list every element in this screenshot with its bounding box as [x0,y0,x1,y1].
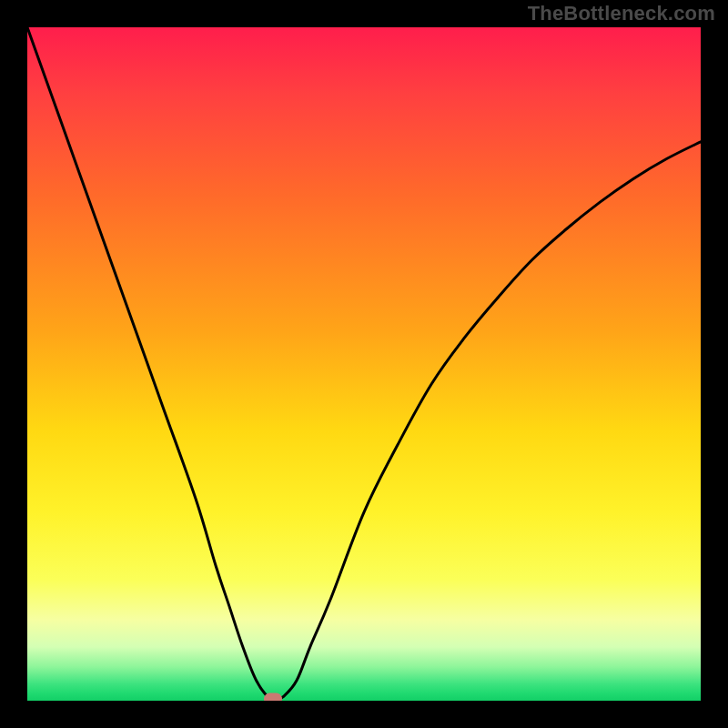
bottleneck-curve [27,27,701,700]
optimal-point-marker [264,693,282,701]
plot-area [27,27,701,701]
chart-frame: TheBottleneck.com [0,0,728,728]
curve-svg [27,27,701,701]
watermark-text: TheBottleneck.com [528,2,715,25]
